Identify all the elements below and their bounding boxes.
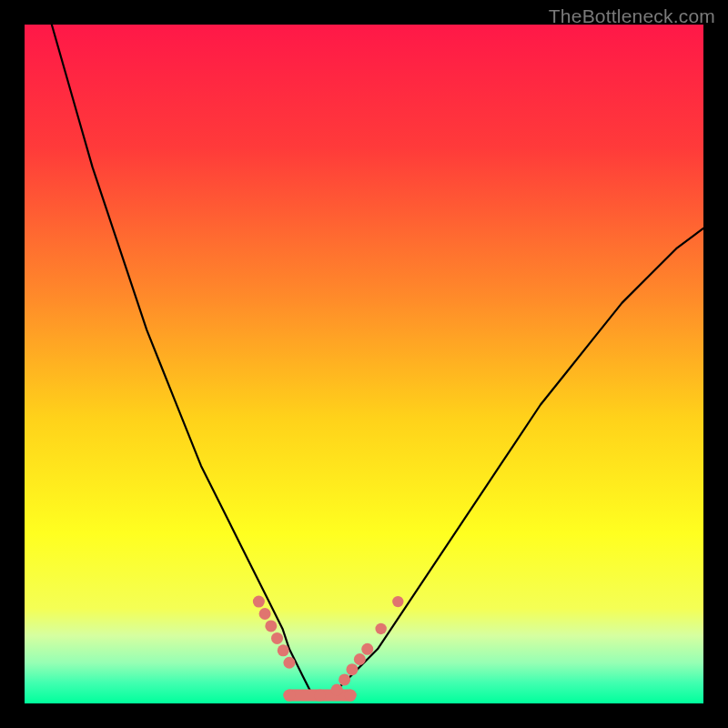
bottleneck-chart bbox=[25, 25, 703, 703]
svg-point-14 bbox=[375, 623, 386, 634]
svg-point-15 bbox=[392, 596, 403, 607]
watermark-text: TheBottleneck.com bbox=[549, 5, 715, 27]
svg-point-3 bbox=[271, 632, 283, 644]
svg-point-2 bbox=[265, 620, 277, 632]
svg-point-1 bbox=[259, 608, 271, 620]
chart-frame bbox=[25, 25, 703, 703]
svg-point-0 bbox=[253, 596, 265, 608]
svg-point-9 bbox=[331, 684, 343, 696]
svg-point-4 bbox=[278, 644, 289, 656]
svg-point-11 bbox=[346, 663, 358, 675]
svg-point-7 bbox=[345, 690, 357, 702]
svg-point-6 bbox=[283, 690, 295, 702]
svg-point-10 bbox=[339, 673, 350, 685]
svg-point-5 bbox=[283, 657, 295, 669]
svg-point-12 bbox=[354, 653, 366, 665]
gradient-background bbox=[25, 25, 703, 703]
svg-point-13 bbox=[361, 643, 373, 655]
svg-point-8 bbox=[314, 690, 326, 702]
